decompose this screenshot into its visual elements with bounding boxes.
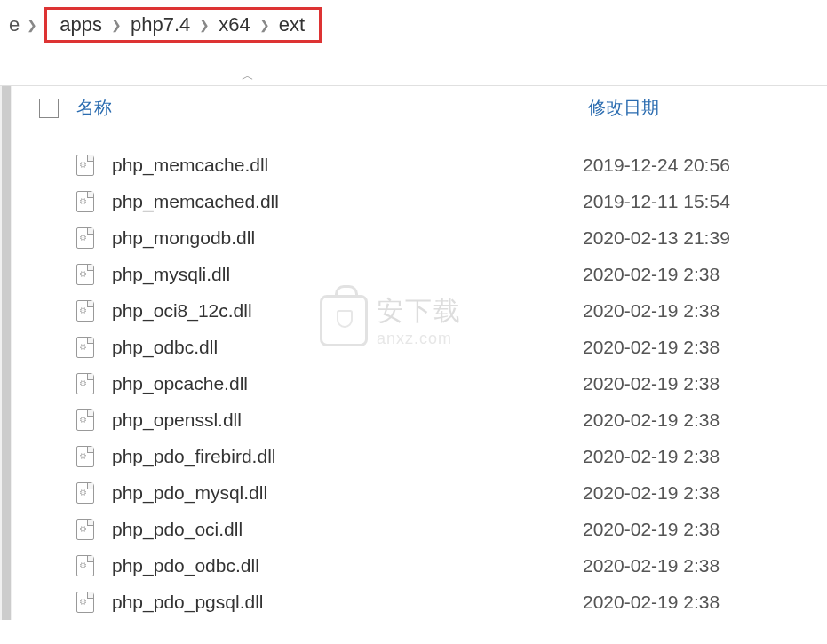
file-row[interactable]: php_opcache.dll2020-02-19 2:38 <box>28 365 827 402</box>
file-row[interactable]: php_memcached.dll2019-12-11 15:54 <box>28 183 827 219</box>
file-date: 2019-12-11 15:54 <box>569 191 730 212</box>
breadcrumb-prefix: e <box>9 13 21 36</box>
file-row[interactable]: php_memcache.dll2019-12-24 20:56 <box>28 147 827 183</box>
file-name: php_pdo_oci.dll <box>112 519 569 540</box>
file-name: php_pdo_pgsql.dll <box>112 592 569 613</box>
dll-file-icon <box>76 409 94 431</box>
file-date: 2020-02-19 2:38 <box>569 264 720 285</box>
column-header-name[interactable]: 名称 <box>76 96 574 120</box>
dll-file-icon <box>76 227 94 249</box>
select-all-checkbox[interactable] <box>39 99 59 118</box>
file-name: php_odbc.dll <box>112 337 569 358</box>
file-row[interactable]: php_mysqli.dll2020-02-19 2:38 <box>28 256 827 292</box>
file-date: 2020-02-19 2:38 <box>569 482 720 504</box>
breadcrumb-highlighted-path: apps ❯ php7.4 ❯ x64 ❯ ext <box>44 7 322 43</box>
file-name: php_opcache.dll <box>112 373 569 394</box>
breadcrumb-item-php[interactable]: php7.4 <box>127 13 194 36</box>
file-row[interactable]: php_openssl.dll2020-02-19 2:38 <box>28 402 827 438</box>
file-date: 2020-02-19 2:38 <box>569 409 720 431</box>
file-row[interactable]: php_pdo_pgsql.dll2020-02-19 2:38 <box>28 584 827 620</box>
file-date: 2020-02-13 21:39 <box>569 227 730 249</box>
scrollbar-thumb[interactable] <box>2 86 11 620</box>
file-row[interactable]: php_odbc.dll2020-02-19 2:38 <box>28 329 827 365</box>
dll-file-icon <box>76 155 94 176</box>
partial-row-top <box>28 131 827 147</box>
chevron-right-icon: ❯ <box>254 18 275 32</box>
file-row[interactable]: php_pdo_firebird.dll2020-02-19 2:38 <box>28 438 827 474</box>
file-date: 2019-12-24 20:56 <box>569 155 730 176</box>
dll-file-icon <box>76 264 94 285</box>
dll-file-icon <box>76 337 94 358</box>
file-date: 2020-02-19 2:38 <box>569 592 720 613</box>
file-date: 2020-02-19 2:38 <box>569 373 720 394</box>
dll-file-icon <box>76 592 94 613</box>
file-name: php_mysqli.dll <box>112 264 569 285</box>
file-name: php_oci8_12c.dll <box>112 300 569 322</box>
dll-file-icon <box>76 555 94 576</box>
file-row[interactable]: php_oci8_12c.dll2020-02-19 2:38 <box>28 292 827 329</box>
file-name: php_openssl.dll <box>112 409 569 431</box>
dll-file-icon <box>76 519 94 540</box>
file-row[interactable]: php_pdo_oci.dll2020-02-19 2:38 <box>28 511 827 547</box>
file-list-pane: ︿ 名称 修改日期 php_memcache.dll2019-12-24 20:… <box>0 85 827 620</box>
file-row[interactable]: php_mongodb.dll2020-02-13 21:39 <box>28 219 827 256</box>
file-name: php_pdo_odbc.dll <box>112 555 569 576</box>
dll-file-icon <box>76 446 94 467</box>
file-name: php_memcached.dll <box>112 191 569 212</box>
file-date: 2020-02-19 2:38 <box>569 337 720 358</box>
breadcrumb-item-ext[interactable]: ext <box>275 13 308 36</box>
file-date: 2020-02-19 2:38 <box>569 300 720 322</box>
breadcrumb-item-apps[interactable]: apps <box>56 13 106 36</box>
dll-file-icon <box>76 373 94 394</box>
chevron-right-icon: ❯ <box>21 18 43 32</box>
breadcrumb-bar: e ❯ apps ❯ php7.4 ❯ x64 ❯ ext <box>0 0 827 50</box>
dll-file-icon <box>76 482 94 504</box>
file-name: php_mongodb.dll <box>112 227 569 249</box>
vertical-scrollbar[interactable] <box>0 86 12 620</box>
file-name: php_pdo_mysql.dll <box>112 482 569 504</box>
file-name: php_pdo_firebird.dll <box>112 446 569 467</box>
file-date: 2020-02-19 2:38 <box>569 519 720 540</box>
column-divider[interactable] <box>569 91 569 124</box>
file-row[interactable]: php_pdo_odbc.dll2020-02-19 2:38 <box>28 547 827 584</box>
file-date: 2020-02-19 2:38 <box>569 555 720 576</box>
dll-file-icon <box>76 300 94 322</box>
breadcrumb-item-x64[interactable]: x64 <box>215 13 253 36</box>
chevron-right-icon: ❯ <box>106 18 127 32</box>
file-name: php_memcache.dll <box>112 155 569 176</box>
sort-indicator-icon: ︿ <box>242 68 254 84</box>
chevron-right-icon: ❯ <box>194 18 215 32</box>
file-row[interactable]: php_pdo_mysql.dll2020-02-19 2:38 <box>28 474 827 511</box>
dll-file-icon <box>76 191 94 212</box>
file-date: 2020-02-19 2:38 <box>569 446 720 467</box>
column-header-row: ︿ 名称 修改日期 <box>28 86 827 131</box>
column-header-date[interactable]: 修改日期 <box>574 96 659 120</box>
